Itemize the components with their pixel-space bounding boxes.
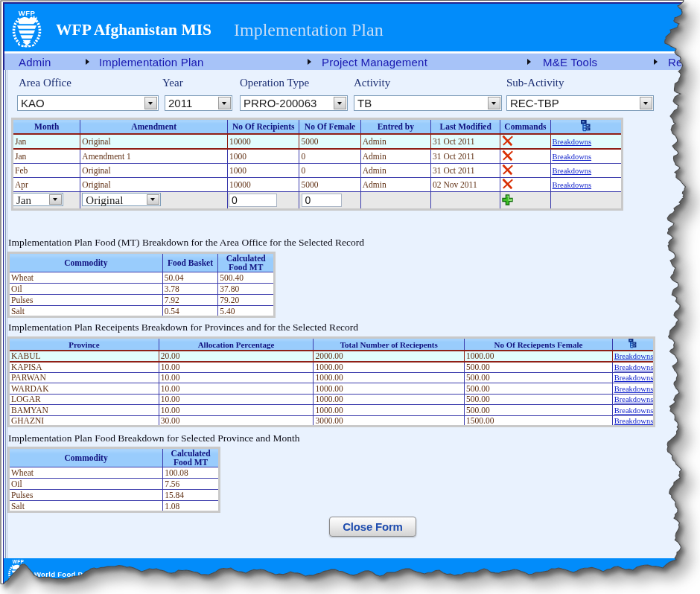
svg-text:WFP: WFP [13, 559, 25, 564]
svg-text:WFP: WFP [19, 9, 36, 17]
